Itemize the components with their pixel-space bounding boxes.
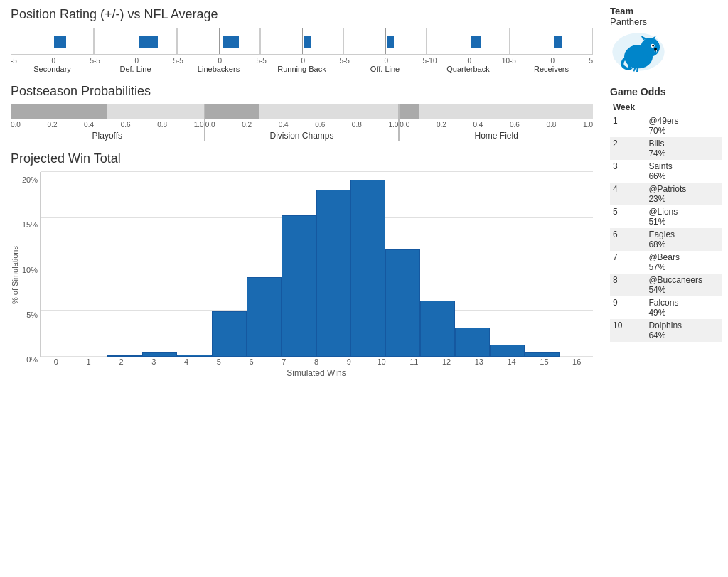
- x-label: 11: [397, 357, 430, 366]
- position-label: Receivers: [534, 65, 569, 73]
- game-odds-title: Game Odds: [610, 86, 722, 97]
- x-label: 13: [463, 357, 496, 366]
- prob-bar: [11, 104, 107, 119]
- opponent-cell: Saints66%: [646, 160, 722, 183]
- opponent-header: [646, 101, 722, 114]
- week-header: Week: [610, 101, 646, 114]
- odds-row: 6Eagles68%: [610, 228, 722, 251]
- rating-item: -505Off. Line: [343, 28, 427, 73]
- odds-row: 3Saints66%: [610, 160, 722, 183]
- position-label: Secondary: [33, 65, 71, 73]
- prob-axis: 0.00.20.40.60.81.0: [400, 121, 593, 129]
- prob-label: Division Champs: [205, 131, 399, 141]
- mini-chart: [260, 28, 343, 55]
- position-label: Running Back: [277, 65, 326, 73]
- hist-bar: [455, 328, 490, 357]
- mini-chart: [11, 28, 94, 55]
- rating-charts: -505Secondary-505Def. Line-505Linebacker…: [11, 28, 593, 73]
- position-label: Quarterback: [446, 65, 490, 73]
- prob-bar-container: [400, 104, 593, 119]
- opponent-cell: @49ers70%: [646, 114, 722, 138]
- x-label: 9: [333, 357, 365, 366]
- mini-chart: [343, 28, 427, 55]
- odds-value: 70%: [648, 126, 719, 136]
- prob-bar: [400, 104, 419, 119]
- opponent-cell: Eagles68%: [646, 228, 722, 251]
- y-label: 0%: [26, 355, 38, 364]
- odds-row: 9Falcons49%: [610, 296, 722, 319]
- odds-value: 68%: [648, 239, 719, 249]
- odds-value: 74%: [648, 149, 719, 158]
- opponent-cell: Falcons49%: [646, 296, 722, 319]
- odds-row: 4@Patriots23%: [610, 183, 722, 205]
- rating-item: -505Linebackers: [177, 28, 260, 73]
- position-label: Def. Line: [119, 65, 151, 73]
- odds-row: 10Dolphins64%: [610, 319, 722, 342]
- rating-bar: [387, 36, 394, 48]
- opponent-cell: @Patriots23%: [646, 183, 722, 205]
- x-label: 2: [105, 357, 138, 366]
- opponent-cell: Dolphins64%: [646, 319, 722, 342]
- axis-labels: -505: [343, 57, 427, 65]
- axis-labels: -505: [177, 57, 260, 65]
- x-label: 10: [365, 357, 398, 366]
- prob-item: 0.00.20.40.60.81.0Playoffs: [11, 104, 204, 141]
- x-label: 1: [73, 357, 105, 366]
- x-label: 5: [203, 357, 235, 366]
- rating-bar: [139, 36, 157, 48]
- y-label: 20%: [22, 176, 38, 184]
- x-axis-labels: 012345678910111213141516: [40, 357, 593, 366]
- y-axis-label: % of Simulations: [11, 179, 19, 371]
- odds-value: 66%: [648, 171, 719, 181]
- x-label: 6: [235, 357, 268, 366]
- hist-bar: [490, 345, 525, 357]
- position-rating-title: Position Rating (+/-) vs NFL Average: [11, 7, 593, 22]
- position-label: Linebackers: [198, 65, 240, 73]
- week-cell: 1: [610, 114, 646, 138]
- prob-label: Playoffs: [11, 131, 204, 141]
- prob-item: 0.00.20.40.60.81.0Home Field: [400, 104, 593, 141]
- right-panel: Team Panthers: [604, 0, 728, 577]
- game-odds-section: Game Odds Week 1@49ers70%2Bills74%3Saint…: [610, 86, 722, 342]
- opponent-name: @49ers: [648, 116, 719, 126]
- opponent-name: Saints: [648, 161, 719, 171]
- x-axis-title: Simulated Wins: [40, 368, 593, 378]
- hist-bar: [282, 215, 316, 357]
- opponent-cell: @Buccaneers54%: [646, 274, 722, 296]
- week-cell: 3: [610, 160, 646, 183]
- hist-bar: [142, 352, 177, 357]
- prob-label: Home Field: [400, 131, 593, 141]
- rating-bar: [554, 36, 562, 48]
- prob-bar-container: [205, 104, 399, 119]
- rating-item: -505Running Back: [260, 28, 343, 73]
- prob-axis: 0.00.20.40.60.81.0: [11, 121, 204, 129]
- opponent-name: @Buccaneers: [648, 275, 719, 285]
- prob-bar-container: [11, 104, 204, 119]
- rating-bar: [304, 36, 311, 48]
- odds-value: 51%: [648, 217, 719, 227]
- odds-table: Week 1@49ers70%2Bills74%3Saints66%4@Patr…: [610, 101, 722, 342]
- team-logo: [610, 31, 667, 73]
- odds-row: 1@49ers70%: [610, 114, 722, 138]
- opponent-name: Dolphins: [648, 320, 719, 330]
- postseason-title: Postseason Probabilities: [11, 84, 593, 99]
- axis-labels: -505: [510, 57, 593, 65]
- hist-bar: [385, 249, 420, 357]
- opponent-name: @Patriots: [648, 184, 719, 194]
- odds-value: 23%: [648, 194, 719, 204]
- win-total-title: Projected Win Total: [11, 151, 593, 166]
- opponent-name: Falcons: [648, 298, 719, 308]
- week-cell: 6: [610, 228, 646, 251]
- rating-bar: [471, 36, 481, 48]
- odds-value: 57%: [648, 262, 719, 272]
- opponent-name: Eagles: [648, 230, 719, 239]
- opponent-cell: Bills74%: [646, 137, 722, 160]
- odds-row: 7@Bears57%: [610, 251, 722, 274]
- axis-labels: -505: [11, 57, 94, 65]
- week-cell: 7: [610, 251, 646, 274]
- svg-point-2: [641, 38, 660, 57]
- prob-bar: [205, 104, 259, 119]
- x-label: 14: [496, 357, 528, 366]
- rating-bar: [54, 36, 66, 48]
- team-name: Panthers: [610, 16, 722, 27]
